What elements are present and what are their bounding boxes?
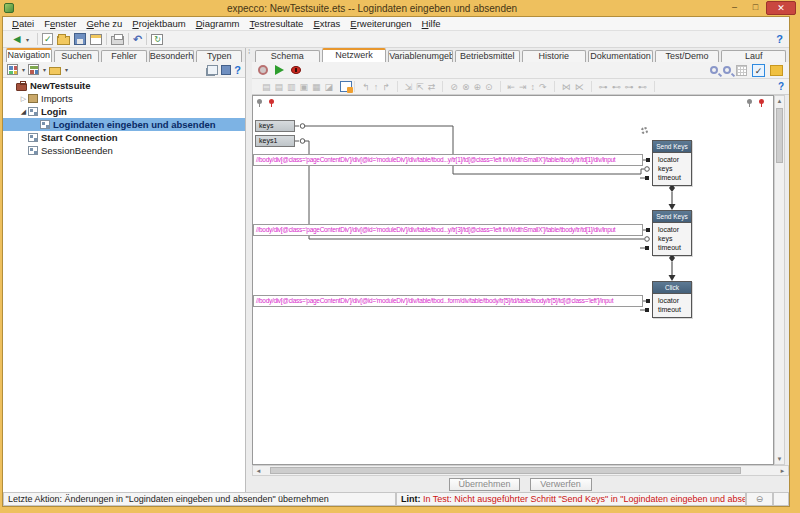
minimize-button[interactable]: –	[724, 1, 745, 15]
menu-hilfe[interactable]: Hilfe	[417, 18, 446, 29]
block-send-keys[interactable]: Send Keyslocatorkeystimeout	[652, 210, 692, 256]
open-file-button[interactable]	[57, 36, 70, 45]
menu-testresultate[interactable]: Testresultate	[245, 18, 309, 29]
new-item-button[interactable]	[7, 64, 18, 75]
zoom-out-icon[interactable]	[723, 66, 731, 74]
tab-schema[interactable]: Schema	[255, 50, 320, 62]
menu-diagramm[interactable]: Diagramm	[191, 18, 245, 29]
tab-besonderheiten[interactable]: Besonderheiten	[149, 50, 195, 62]
apply-button[interactable]: Übernehmen	[449, 478, 519, 491]
tab-fehler[interactable]: Fehler	[101, 50, 147, 62]
tab-lauf[interactable]: Lauf	[721, 50, 786, 62]
hscroll-thumb[interactable]	[270, 467, 741, 474]
new-folder-button[interactable]	[49, 67, 61, 75]
xpath-value-node[interactable]: //body/div[@class='pageContentDiv']/div[…	[253, 224, 643, 236]
save-tree-button[interactable]	[221, 65, 231, 75]
new-window-button[interactable]	[90, 34, 102, 45]
new-action-dropdown-icon[interactable]: ▾	[43, 66, 46, 73]
diagram-tool-icon[interactable]: ↷	[539, 82, 547, 92]
diagram-tool-icon[interactable]: ↱	[382, 82, 390, 92]
input-node-keys1[interactable]: keys1	[255, 135, 295, 147]
network-canvas[interactable]: keyskeys1//body/div[@class='pageContentD…	[252, 95, 774, 465]
tree-item-newtestsuite[interactable]: NewTestsuite	[3, 79, 245, 92]
tab-netzwerk[interactable]: Netzwerk	[322, 48, 387, 62]
scroll-down-icon[interactable]: ▼	[777, 454, 783, 464]
diagram-tool-icon[interactable]: ⊷	[612, 82, 621, 92]
scroll-up-icon[interactable]: ▲	[777, 96, 783, 106]
zoom-in-icon[interactable]	[710, 66, 718, 74]
diagram-tool-icon[interactable]: ⊕	[473, 82, 481, 92]
tree-expand-icon[interactable]: ◢	[19, 108, 28, 116]
menu-erweiterungen[interactable]: Erweiterungen	[345, 18, 416, 29]
menu-fenster[interactable]: Fenster	[39, 18, 81, 29]
record-icon[interactable]	[258, 65, 268, 75]
diagram-tool-icon[interactable]: ↰	[362, 82, 370, 92]
help-icon[interactable]: ?	[776, 33, 783, 45]
diagram-help-icon[interactable]: ?	[778, 81, 784, 92]
discard-button[interactable]: Verwerfen	[530, 478, 592, 491]
tab-dokumentation[interactable]: Dokumentation	[588, 50, 653, 62]
diagram-tool-icon[interactable]: ⇄	[428, 82, 436, 92]
print-button[interactable]	[111, 36, 124, 45]
diagram-tool-icon[interactable]: ⇱	[416, 82, 424, 92]
pin-timeout[interactable]: timeout	[653, 243, 691, 252]
vscroll-thumb[interactable]	[776, 108, 783, 163]
tree-item-logindaten-eingeben-und-absenden[interactable]: Logindaten eingeben und absenden	[3, 118, 245, 131]
pin-timeout[interactable]: timeout	[653, 173, 691, 182]
diagram-tool-icon[interactable]: ⊘	[450, 82, 458, 92]
accept-button[interactable]	[42, 33, 53, 45]
menu-projektbaum[interactable]: Projektbaum	[127, 18, 190, 29]
diagram-tool-icon[interactable]: ▥	[287, 82, 296, 92]
block-click[interactable]: Clicklocatortimeout	[652, 281, 692, 318]
undo-button[interactable]: ↶	[133, 34, 142, 45]
tab-betriebsmittel[interactable]: Betriebsmittel	[455, 50, 520, 62]
pin-timeout[interactable]: timeout	[653, 305, 691, 314]
new-folder-dropdown-icon[interactable]: ▾	[65, 66, 68, 73]
menu-extras[interactable]: Extras	[308, 18, 345, 29]
diagram-tool-icon[interactable]: ▤	[262, 82, 271, 92]
red-pin-icon[interactable]	[269, 99, 274, 104]
back-dropdown-icon[interactable]: ▾	[26, 36, 29, 43]
pin-keys[interactable]: keys	[653, 164, 691, 173]
save-button[interactable]	[74, 33, 86, 45]
input-node-keys[interactable]: keys	[255, 120, 295, 132]
scroll-right-icon[interactable]: ►	[777, 468, 788, 474]
debug-icon[interactable]	[291, 66, 301, 74]
diagram-tool-icon[interactable]: ⊙	[485, 82, 493, 92]
tree-item-start-connection[interactable]: Start Connection	[3, 131, 245, 144]
tree-item-sessionbeenden[interactable]: SessionBeenden	[3, 144, 245, 157]
diagram-tool-icon[interactable]: ▤	[275, 82, 284, 92]
diagram-tool-icon[interactable]: ⋈	[562, 82, 571, 92]
horizontal-scrollbar[interactable]: ◄ ►	[252, 465, 789, 476]
pin-icon[interactable]	[257, 99, 262, 104]
grid-toggle-icon[interactable]	[736, 65, 747, 76]
tree-expand-icon[interactable]: ▷	[19, 95, 28, 103]
autolayout-checkbox[interactable]: ✓	[752, 64, 765, 77]
diagram-tool-icon[interactable]: ⊶	[625, 82, 634, 92]
diagram-tool-icon[interactable]: ◪	[325, 82, 334, 92]
new-action-button[interactable]	[28, 64, 39, 75]
diagram-tool-icon[interactable]: ▦	[312, 82, 321, 92]
run-icon[interactable]	[275, 65, 284, 75]
tab-typen[interactable]: Typen	[196, 50, 242, 62]
menu-datei[interactable]: Datei	[7, 18, 39, 29]
copy-view-button[interactable]	[207, 65, 218, 75]
tab-navigation[interactable]: Navigation	[6, 48, 52, 62]
insert-block-icon[interactable]	[340, 81, 352, 92]
tab-variablenumgebung[interactable]: Variablenumgebung	[388, 50, 453, 62]
tree-item-imports[interactable]: ▷Imports	[3, 92, 245, 105]
tree-item-login[interactable]: ◢Login	[3, 105, 245, 118]
diagram-tool-icon[interactable]: ↑	[374, 82, 379, 92]
diagram-tool-icon[interactable]: ⊶	[599, 82, 608, 92]
block-send-keys[interactable]: Send Keyslocatorkeystimeout	[652, 140, 692, 186]
menu-gehe-zu[interactable]: Gehe zu	[81, 18, 127, 29]
diagram-tool-icon[interactable]: ⇥	[519, 82, 527, 92]
red-pin-icon[interactable]	[759, 99, 764, 104]
tab-historie[interactable]: Historie	[522, 50, 587, 62]
close-button[interactable]: ✕	[766, 1, 796, 15]
pin-locator[interactable]: locator	[653, 155, 691, 164]
new-item-dropdown-icon[interactable]: ▾	[22, 66, 25, 73]
back-button[interactable]: ◄ ▾	[7, 33, 33, 45]
gear-icon[interactable]	[641, 127, 648, 134]
tab-suchen[interactable]: Suchen	[54, 50, 100, 62]
